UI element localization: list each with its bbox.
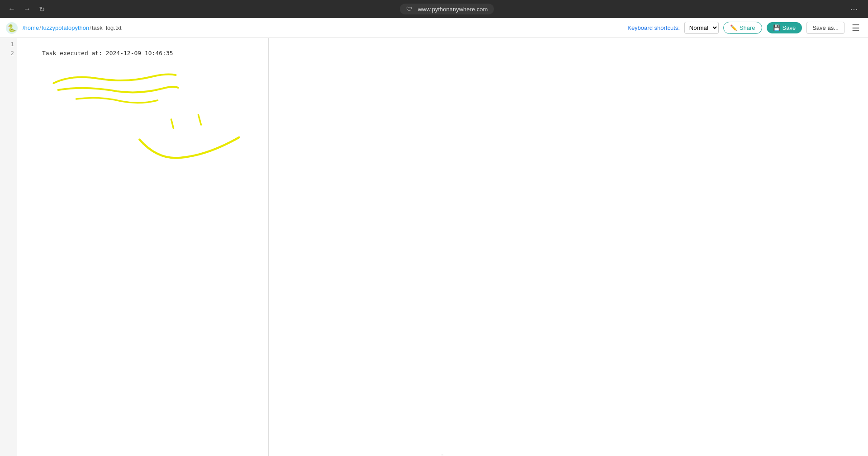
mode-select[interactable]: Normal Vim Emacs — [684, 22, 719, 34]
breadcrumb: /home / fuzzypotatopython / task_log.txt — [23, 24, 122, 31]
vertical-divider — [268, 38, 269, 456]
address-bar: 🛡 www.pythonanywhere.com — [52, 4, 842, 14]
save-as-button[interactable]: Save as... — [806, 22, 844, 34]
app-bar: 🐍 /home / fuzzypotatopython / task_log.t… — [0, 18, 868, 38]
browser-chrome: ← → ↻ 🛡 www.pythonanywhere.com ⋯ — [0, 0, 868, 18]
keyboard-shortcuts-link[interactable]: Keyboard shortcuts: — [627, 24, 680, 31]
refresh-button[interactable]: ↻ — [36, 3, 47, 15]
breadcrumb-user[interactable]: fuzzypotatopython — [42, 24, 90, 31]
svg-text:🐍: 🐍 — [7, 24, 16, 33]
browser-menu-button[interactable]: ⋯ — [846, 2, 863, 16]
share-button[interactable]: ✏️ Share — [723, 22, 762, 34]
save-label: Save — [783, 24, 796, 31]
line-numbers: 1 2 — [0, 38, 17, 456]
breadcrumb-file: task_log.txt — [92, 24, 122, 31]
forward-button[interactable]: → — [21, 3, 33, 15]
address-bar-inner[interactable]: 🛡 www.pythonanywhere.com — [400, 4, 494, 14]
breadcrumb-home[interactable]: /home — [23, 24, 39, 31]
share-icon: ✏️ — [730, 24, 737, 31]
nav-buttons: ← → ↻ — [5, 3, 47, 15]
back-button[interactable]: ← — [5, 3, 18, 15]
line-number-1: 1 — [0, 40, 14, 49]
app-bar-right: Keyboard shortcuts: Normal Vim Emacs ✏️ … — [627, 21, 863, 35]
save-button[interactable]: 💾 Save — [767, 22, 802, 33]
breadcrumb-sep2: / — [90, 24, 91, 31]
editor-container: 1 2 Task executed at: 2024-12-09 10:46:3… — [0, 38, 868, 456]
app-logo[interactable]: 🐍 — [5, 22, 18, 34]
hamburger-button[interactable]: ☰ — [849, 21, 863, 35]
line-1-text: Task executed at: 2024-12-09 10:46:35 — [42, 50, 173, 56]
breadcrumb-sep1: / — [39, 24, 41, 31]
editor-text[interactable]: Task executed at: 2024-12-09 10:46:35 — [17, 38, 868, 69]
line-number-2: 2 — [0, 49, 14, 58]
resize-handle[interactable]: ··· — [434, 453, 452, 456]
shield-icon: 🛡 — [406, 5, 413, 13]
url-text: www.pythonanywhere.com — [418, 6, 488, 13]
editor-content[interactable]: Task executed at: 2024-12-09 10:46:35 ··… — [17, 38, 868, 456]
share-label: Share — [740, 24, 755, 31]
save-icon: 💾 — [773, 24, 780, 31]
drawing-overlay — [17, 38, 868, 456]
